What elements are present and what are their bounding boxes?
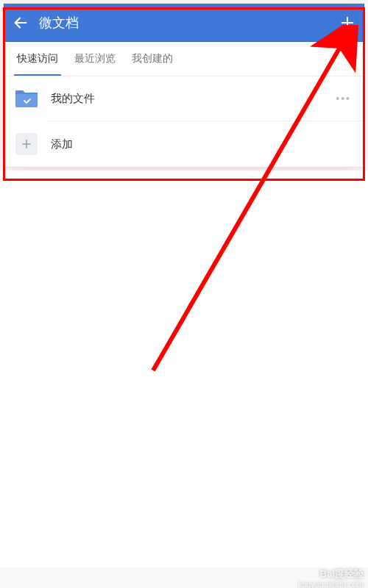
item-list: 我的文件 ••• 添加 [4,76,364,167]
watermark-url: jingyan.baidu.com [298,580,364,588]
blank-area [0,171,368,567]
app-window: 微文档 快速访问 最近浏览 我创建的 我的文 [3,3,365,168]
plus-icon[interactable] [339,15,355,31]
add-item[interactable]: 添加 [4,121,364,167]
watermark: Bai度经验 jingyan.baidu.com [298,568,364,588]
list-item[interactable]: 我的文件 ••• [4,76,364,121]
list-item-label: 我的文件 [51,92,321,106]
add-icon [15,133,38,155]
tab-created-by-me[interactable]: 我创建的 [129,42,176,76]
page-title: 微文档 [39,14,329,32]
back-icon[interactable] [13,15,29,31]
tab-bar: 快速访问 最近浏览 我创建的 [4,42,364,76]
tab-recent[interactable]: 最近浏览 [71,42,118,76]
app-header: 微文档 [4,4,364,42]
watermark-brand: Bai度经验 [298,568,364,580]
more-icon[interactable]: ••• [333,90,354,107]
add-item-label: 添加 [51,137,354,151]
tab-quick-access[interactable]: 快速访问 [14,42,61,76]
folder-icon [14,88,39,109]
svg-rect-0 [15,94,38,107]
